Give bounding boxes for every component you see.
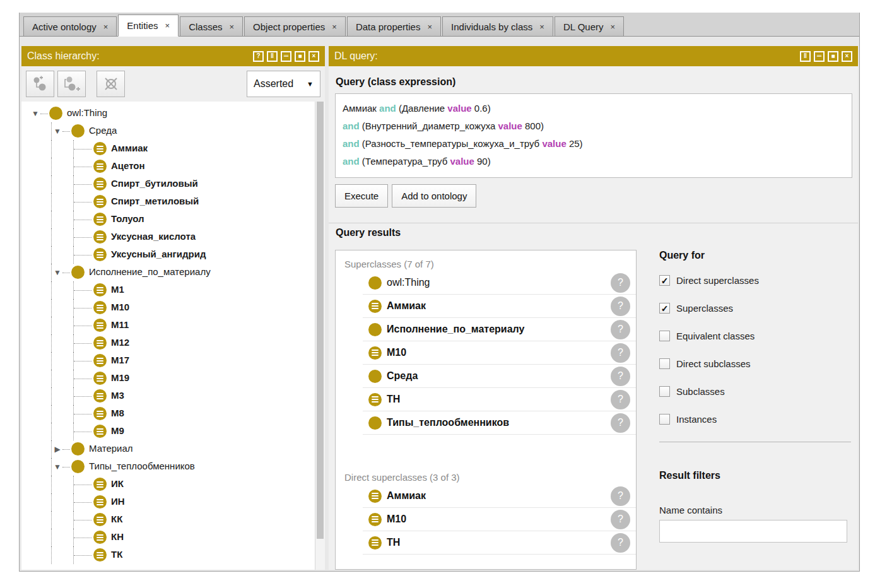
explain-result-button[interactable]: ?: [611, 297, 630, 316]
tab-individuals-by-class[interactable]: Individuals by class×: [442, 16, 553, 36]
explain-result-button[interactable]: ?: [611, 320, 630, 339]
tree-item-owl:Thing[interactable]: ▼owl:Thing: [21, 105, 325, 122]
checkbox-unchecked-icon[interactable]: [659, 414, 670, 425]
checkbox-unchecked-icon[interactable]: [659, 358, 670, 369]
result-row-Аммиак[interactable]: Аммиак?: [363, 485, 636, 508]
result-row-Аммиак[interactable]: Аммиак?: [363, 295, 636, 318]
expand-arrow-icon[interactable]: ▼: [52, 127, 62, 136]
query-for-option-superclasses[interactable]: ✓Superclasses: [659, 303, 851, 314]
tab-dl-query[interactable]: DL Query×: [555, 16, 624, 36]
split-horizontal-icon[interactable]: ═: [814, 51, 825, 62]
query-for-option-direct-superclasses[interactable]: ✓Direct superclasses: [659, 275, 851, 286]
tree-item-Аммиак[interactable]: Аммиак: [21, 140, 325, 158]
expression-text: 800): [522, 121, 544, 131]
query-for-option-equivalent-classes[interactable]: Equivalent classes: [659, 331, 851, 341]
tree-scrollbar-thumb[interactable]: [317, 102, 324, 539]
explain-result-button[interactable]: ?: [611, 510, 630, 529]
tree-item-КН[interactable]: КН: [21, 529, 325, 546]
tree-item-М3[interactable]: М3: [21, 387, 325, 405]
explain-result-button[interactable]: ?: [611, 533, 630, 553]
expand-arrow-icon[interactable]: ▼: [52, 462, 62, 471]
tree-item-М11[interactable]: М11: [21, 317, 325, 334]
tree-item-ТК[interactable]: ТК: [21, 546, 325, 564]
tab-close-icon[interactable]: ×: [165, 21, 170, 30]
tab-object-properties[interactable]: Object properties×: [244, 16, 346, 36]
checkbox-checked-icon[interactable]: ✓: [659, 275, 670, 286]
tree-item-Материал[interactable]: ▶Материал: [21, 440, 325, 458]
tree-scrollbar[interactable]: [315, 102, 325, 570]
result-row-ТН[interactable]: ТН?: [363, 531, 636, 555]
tab-close-icon[interactable]: ×: [611, 22, 616, 32]
explain-result-button[interactable]: ?: [611, 413, 630, 433]
tab-active-ontology[interactable]: Active ontology×: [23, 16, 117, 36]
tree-item-КК[interactable]: КК: [21, 511, 325, 529]
help-icon[interactable]: ?: [253, 51, 264, 62]
tab-close-icon[interactable]: ×: [332, 22, 337, 32]
explain-result-button[interactable]: ?: [611, 486, 630, 506]
tab-classes[interactable]: Classes×: [180, 16, 243, 36]
tree-item-ИН[interactable]: ИН: [21, 493, 325, 511]
expand-arrow-icon[interactable]: ▼: [30, 109, 40, 118]
result-row-Среда[interactable]: Среда?: [363, 365, 636, 388]
checkbox-checked-icon[interactable]: ✓: [659, 303, 670, 314]
maximize-icon[interactable]: ■: [295, 51, 305, 62]
collapse-arrow-icon[interactable]: ▶: [52, 445, 62, 454]
tree-item-Уксусный_ангидрид[interactable]: Уксусный_ангидрид: [21, 246, 325, 264]
result-row-М10[interactable]: М10?: [363, 508, 636, 531]
tree-item-Исполнение_по_материалу[interactable]: ▼Исполнение_по_материалу: [21, 264, 325, 281]
checkbox-unchecked-icon[interactable]: [659, 331, 670, 341]
tree-item-Спирт_бутиловый[interactable]: Спирт_бутиловый: [21, 175, 325, 193]
execute-button[interactable]: Execute: [335, 184, 388, 208]
tab-close-icon[interactable]: ×: [539, 22, 544, 32]
split-vertical-icon[interactable]: ‖: [267, 51, 278, 62]
result-row-Исполнение_по_материалу[interactable]: Исполнение_по_материалу?: [363, 318, 636, 341]
tree-item-М17[interactable]: М17: [21, 352, 325, 370]
explain-result-button[interactable]: ?: [611, 390, 630, 409]
delete-class-button[interactable]: [97, 71, 125, 97]
tree-item-Типы_теплообменников[interactable]: ▼Типы_теплообменников: [21, 458, 325, 476]
add-sibling-class-button[interactable]: [57, 71, 86, 97]
tree-item-Толуол[interactable]: Толуол: [21, 211, 325, 228]
query-for-option-subclasses[interactable]: Subclasses: [659, 386, 851, 397]
add-to-ontology-button[interactable]: Add to ontology: [392, 184, 476, 208]
result-row-owl:Thing[interactable]: owl:Thing?: [363, 271, 636, 295]
explain-result-button[interactable]: ?: [611, 367, 630, 386]
close-icon[interactable]: ×: [842, 51, 852, 62]
maximize-icon[interactable]: ■: [828, 51, 838, 62]
query-for-option-direct-subclasses[interactable]: Direct subclasses: [659, 358, 851, 369]
tab-close-icon[interactable]: ×: [427, 22, 432, 32]
split-horizontal-icon[interactable]: ═: [281, 51, 291, 62]
add-subclass-button[interactable]: [26, 71, 54, 97]
defined-class-icon: [93, 142, 107, 155]
tree-item-М9[interactable]: М9: [21, 423, 325, 440]
tree-item-М1[interactable]: М1: [21, 281, 325, 299]
tab-close-icon[interactable]: ×: [103, 22, 109, 32]
tree-item-Спирт_метиловый[interactable]: Спирт_метиловый: [21, 193, 325, 211]
split-vertical-icon[interactable]: ‖: [800, 51, 811, 62]
explain-result-button[interactable]: ?: [611, 273, 630, 293]
tree-item-М19[interactable]: М19: [21, 370, 325, 387]
tree-item-Ацетон[interactable]: Ацетон: [21, 158, 325, 175]
defined-class-icon: [93, 354, 107, 367]
result-row-ТН[interactable]: ТН?: [363, 388, 636, 411]
hierarchy-view-dropdown[interactable]: Asserted ▼: [247, 71, 320, 97]
explain-result-button[interactable]: ?: [611, 343, 630, 363]
result-row-М10[interactable]: М10?: [363, 341, 636, 365]
tree-item-М10[interactable]: М10: [21, 299, 325, 317]
tree-item-Уксусная_кислота[interactable]: Уксусная_кислота: [21, 228, 325, 246]
tree-item-Среда[interactable]: ▼Среда: [21, 122, 325, 140]
tab-entities[interactable]: Entities×: [118, 15, 179, 37]
expand-arrow-icon[interactable]: ▼: [52, 268, 62, 277]
tab-data-properties[interactable]: Data properties×: [347, 16, 441, 36]
tree-item-label: Спирт_бутиловый: [111, 178, 198, 189]
checkbox-unchecked-icon[interactable]: [659, 386, 670, 397]
query-for-option-instances[interactable]: Instances: [659, 414, 851, 425]
query-expression-editor[interactable]: Аммиак and (Давление value 0.6)and (Внут…: [335, 93, 852, 178]
name-contains-input[interactable]: [659, 520, 847, 543]
tree-item-М8[interactable]: М8: [21, 405, 325, 423]
close-icon[interactable]: ×: [308, 51, 319, 62]
tab-close-icon[interactable]: ×: [229, 22, 234, 32]
result-row-Типы_теплообменников[interactable]: Типы_теплообменников?: [363, 411, 636, 435]
tree-item-ИК[interactable]: ИК: [21, 476, 325, 493]
tree-item-М12[interactable]: М12: [21, 334, 325, 352]
